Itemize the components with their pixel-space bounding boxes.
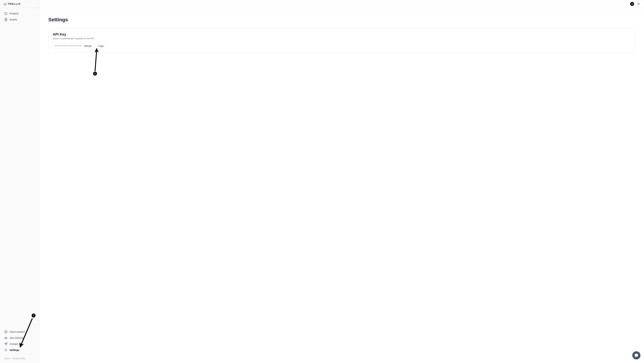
sidebar-item-how-it-works[interactable]: How it works? xyxy=(0,329,39,335)
svg-line-10 xyxy=(638,3,638,3)
sidebar-item-label: How it works? xyxy=(10,330,25,333)
sidebar-item-label: Projects xyxy=(10,12,19,15)
sidebar-item-settings[interactable]: Settings xyxy=(0,347,39,353)
api-key-card: API Key Used to authenticate requests to… xyxy=(48,28,635,53)
main: JB Setti xyxy=(40,0,644,363)
trellis-logo-icon xyxy=(4,2,7,6)
copy-button[interactable]: Copy xyxy=(96,43,106,49)
send-icon xyxy=(4,342,8,345)
sidebar-bottom: How it works? Join Discord xyxy=(0,329,39,355)
annotation-badge-2: 2 xyxy=(93,72,97,76)
svg-point-5 xyxy=(6,338,6,338)
svg-point-7 xyxy=(638,4,639,4)
svg-line-11 xyxy=(639,5,640,5)
sidebar-item-discord[interactable]: Join Discord xyxy=(0,335,39,341)
brand-logo[interactable]: TRELLIS xyxy=(4,2,20,6)
sidebar-item-label: Contact us xyxy=(10,342,22,345)
card-title: API Key xyxy=(53,32,631,37)
annotation-badge-1: 1 xyxy=(32,313,36,317)
sidebar: TRELLIS Projects xyxy=(0,0,40,363)
page-title: Settings xyxy=(48,17,635,23)
document-icon xyxy=(4,18,8,21)
sun-icon xyxy=(637,3,640,5)
footer-link-terms[interactable]: Terms xyxy=(4,357,10,360)
svg-line-14 xyxy=(638,5,638,5)
brand-name: TRELLIS xyxy=(8,3,20,5)
sidebar-item-assets[interactable]: Assets xyxy=(0,17,39,23)
sidebar-item-label: Join Discord xyxy=(10,336,23,339)
api-key-row: •••••••••••••••••••• Reveal Copy xyxy=(53,43,631,49)
topbar: JB xyxy=(40,0,644,8)
svg-point-6 xyxy=(6,350,6,350)
content: Settings API Key Used to authenticate re… xyxy=(40,8,644,363)
help-icon xyxy=(4,330,8,333)
sidebar-item-label: Settings xyxy=(10,348,19,351)
api-key-input[interactable]: •••••••••••••••••••• xyxy=(53,43,80,49)
svg-line-15 xyxy=(639,3,640,3)
avatar[interactable]: JB xyxy=(630,2,634,6)
footer-link-privacy[interactable]: Privacy Policy xyxy=(12,357,26,360)
sidebar-footer: Terms Privacy Policy xyxy=(0,355,39,363)
gear-icon xyxy=(4,348,8,352)
card-description: Used to authenticate requests to the API… xyxy=(53,37,631,40)
theme-toggle-button[interactable] xyxy=(636,1,641,7)
sidebar-item-label: Assets xyxy=(10,18,17,21)
sidebar-header: TRELLIS xyxy=(0,0,39,8)
sidebar-nav: Projects Assets xyxy=(0,8,39,329)
chat-icon xyxy=(634,353,638,357)
folder-icon xyxy=(4,12,8,15)
chat-widget-button[interactable] xyxy=(632,351,640,359)
discord-icon xyxy=(4,336,8,339)
reveal-button[interactable]: Reveal xyxy=(82,43,94,49)
sidebar-item-projects[interactable]: Projects xyxy=(0,11,39,17)
svg-point-4 xyxy=(5,338,6,338)
sidebar-item-contact[interactable]: Contact us xyxy=(0,341,39,347)
